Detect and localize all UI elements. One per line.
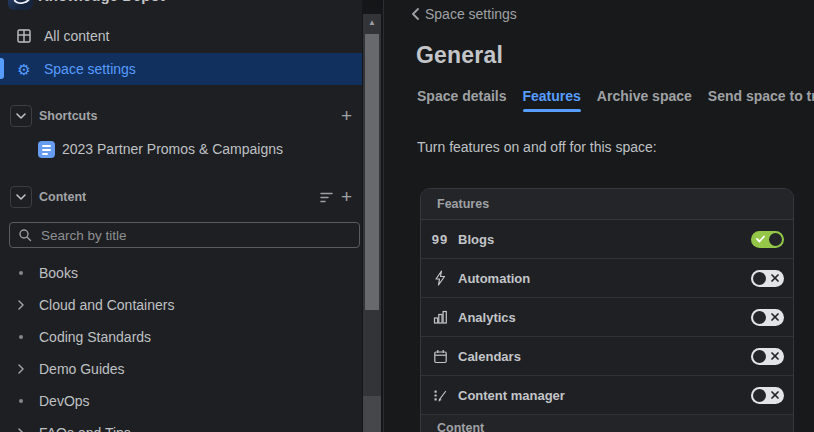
content-manager-icon [431, 387, 449, 403]
automation-toggle[interactable] [751, 270, 784, 287]
list-item[interactable]: Demo Guides [0, 353, 362, 385]
features-description: Turn features on and off for this space: [417, 139, 657, 155]
shortcuts-section-header: Shortcuts + [0, 105, 362, 127]
shortcuts-label: Shortcuts [39, 109, 97, 123]
x-icon [771, 270, 779, 287]
list-item[interactable]: Cloud and Containers [0, 289, 362, 321]
space-title[interactable]: Knowledge Depot [38, 0, 165, 4]
gear-icon: ⚙ [16, 61, 32, 77]
feature-row-blogs: 99 Blogs [421, 220, 793, 259]
chevron-right-icon[interactable] [13, 300, 29, 310]
bullet-icon [13, 399, 29, 403]
search-box [9, 222, 360, 248]
feature-row-content-manager: Content manager [421, 376, 793, 415]
content-section-header: Content + [0, 186, 362, 208]
x-icon [771, 309, 779, 326]
grid-icon [16, 28, 32, 44]
blogs-toggle[interactable] [751, 231, 784, 248]
features-panel-header: Features [421, 189, 793, 220]
content-panel-header: Content [421, 415, 793, 432]
sidebar: Knowledge Depot All content ⚙ Space sett… [0, 0, 362, 432]
feature-row-calendars: Calendars [421, 337, 793, 376]
list-item[interactable]: FAQs and Tips [0, 417, 362, 432]
add-content-button[interactable]: + [341, 188, 352, 206]
analytics-chart-icon [431, 309, 449, 325]
blogs-quote-icon: 99 [431, 231, 449, 247]
x-icon [771, 348, 779, 365]
back-link[interactable]: Space settings [412, 6, 517, 22]
analytics-toggle[interactable] [751, 309, 784, 326]
calendar-icon [431, 348, 449, 364]
space-logo[interactable] [8, 0, 33, 10]
sidebar-item-space-settings[interactable]: ⚙ Space settings [0, 53, 362, 85]
chevron-down-icon[interactable] [10, 105, 32, 127]
chevron-down-icon[interactable] [10, 186, 32, 208]
tab-space-details[interactable]: Space details [417, 88, 507, 112]
scrollbar-up-arrow-icon[interactable]: ▲ [363, 16, 381, 30]
check-icon [756, 231, 765, 248]
automation-bolt-icon [431, 270, 449, 286]
feature-row-analytics: Analytics [421, 298, 793, 337]
back-link-label: Space settings [425, 6, 517, 22]
selected-indicator-bar [0, 58, 4, 79]
search-icon [18, 228, 32, 242]
filter-icon[interactable] [320, 192, 333, 203]
bullet-icon [13, 271, 29, 275]
add-shortcut-button[interactable]: + [341, 107, 352, 125]
sidebar-item-all-content[interactable]: All content [0, 20, 362, 51]
list-item[interactable]: Books [0, 257, 362, 289]
shortcut-item[interactable]: 2023 Partner Promos & Campaigns [0, 137, 362, 161]
tab-archive-space[interactable]: Archive space [597, 88, 692, 112]
x-icon [771, 387, 779, 404]
sidebar-scrollbar-thumb[interactable] [365, 34, 379, 310]
page-title: General [416, 42, 503, 69]
scrollbar-down-button[interactable] [363, 396, 381, 432]
search-input[interactable] [39, 227, 359, 244]
content-label: Content [39, 190, 86, 204]
list-item[interactable]: DevOps [0, 385, 362, 417]
list-item[interactable]: Coding Standards [0, 321, 362, 353]
tab-send-space-to-trash[interactable]: Send space to trash [708, 88, 814, 112]
main-content: Space settings General Space details Fea… [384, 0, 814, 432]
features-panel: Features 99 Blogs Automation [420, 188, 794, 432]
chevron-left-icon [412, 8, 419, 20]
tab-bar: Space details Features Archive space Sen… [417, 88, 814, 112]
tab-features[interactable]: Features [523, 88, 581, 112]
feature-row-automation: Automation [421, 259, 793, 298]
bullet-icon [13, 335, 29, 339]
chevron-right-icon[interactable] [13, 428, 29, 432]
calendars-toggle[interactable] [751, 348, 784, 365]
chevron-right-icon[interactable] [13, 364, 29, 374]
shortcut-label: 2023 Partner Promos & Campaigns [62, 141, 283, 157]
page-icon [38, 141, 55, 158]
content-manager-toggle[interactable] [751, 387, 784, 404]
sidebar-item-label: Space settings [44, 61, 136, 77]
sidebar-item-label: All content [44, 28, 109, 44]
